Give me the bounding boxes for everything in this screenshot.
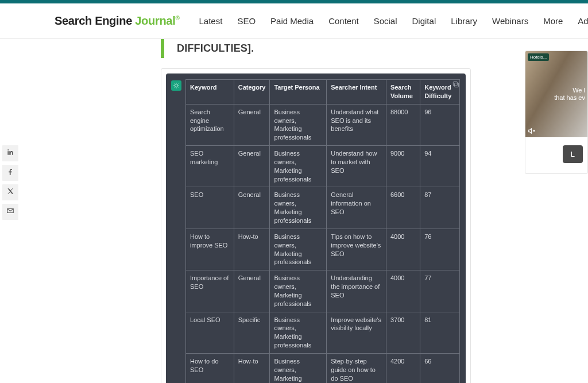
x-icon (6, 187, 14, 198)
share-x-button[interactable] (2, 184, 18, 200)
table-row: Search engine optimizationGeneralBusines… (186, 104, 460, 145)
cell-persona: Business owners, Marketing professionals (270, 353, 327, 383)
cell-keyword: How to do SEO (186, 353, 234, 383)
cell-intent: Understand what SEO is and its benefits (327, 104, 386, 145)
cell-persona: Business owners, Marketing professionals (270, 104, 327, 145)
cell-intent: Tips on how to improve website's SEO (327, 229, 386, 270)
nav-library[interactable]: Library (451, 16, 477, 26)
cell-difficulty: 76 (420, 229, 460, 270)
cell-keyword: How to improve SEO (186, 229, 234, 270)
cell-category: General (234, 104, 270, 145)
blockquote: DIFFICULTIES]. (161, 39, 471, 58)
col-intent: Searcher Intent (327, 80, 386, 105)
nav-latest[interactable]: Latest (199, 16, 223, 26)
cell-volume: 4200 (386, 353, 420, 383)
nav-content[interactable]: Content (328, 16, 359, 26)
table-row: SEOGeneralBusiness owners, Marketing pro… (186, 187, 460, 229)
page-body: DIFFICULTIES]. Keyword Category Target P… (0, 39, 588, 383)
cell-difficulty: 87 (420, 187, 460, 229)
nav-social[interactable]: Social (374, 16, 397, 26)
table-row: Local SEOSpecificBusiness owners, Market… (186, 312, 460, 353)
table-row: Importance of SEOGeneralBusiness owners,… (186, 270, 460, 312)
figure: Keyword Category Target Persona Searcher… (161, 68, 471, 383)
ad-cta-button[interactable]: L (563, 145, 583, 163)
site-header: Search Engine Journal® Latest SEO Paid M… (0, 3, 588, 39)
cell-category: General (234, 270, 270, 312)
cell-persona: Business owners, Marketing professionals (270, 270, 327, 312)
email-icon (6, 207, 14, 217)
social-share-rail (2, 145, 18, 220)
share-facebook-button[interactable] (2, 165, 18, 181)
cell-intent: Understanding the importance of SEO (327, 270, 386, 312)
cell-category: General (234, 187, 270, 229)
ad-button-row: L (525, 137, 587, 173)
cell-volume: 3700 (386, 312, 420, 353)
logo-text-1: Search Engine (55, 14, 135, 27)
cell-difficulty: 96 (420, 104, 460, 145)
cell-persona: Business owners, Marketing professionals (270, 229, 327, 270)
svg-rect-1 (455, 83, 459, 87)
col-category: Category (234, 80, 270, 105)
cell-keyword: SEO (186, 187, 234, 229)
cell-volume: 4000 (386, 270, 420, 312)
table-row: SEO marketingGeneralBusiness owners, Mar… (186, 146, 460, 187)
cell-volume: 6600 (386, 187, 420, 229)
table-row: How to improve SEOHow-toBusiness owners,… (186, 229, 460, 270)
col-volume: Search Volume (386, 80, 420, 105)
article-content: DIFFICULTIES]. Keyword Category Target P… (55, 39, 525, 383)
col-persona: Target Persona (270, 80, 327, 105)
cell-category: General (234, 146, 270, 187)
svg-rect-2 (453, 82, 457, 86)
nav-more[interactable]: More (543, 16, 563, 26)
cell-keyword: Local SEO (186, 312, 234, 353)
cell-volume: 9000 (386, 146, 420, 187)
cell-category: Specific (234, 312, 270, 353)
chatgpt-table-frame: Keyword Category Target Persona Searcher… (166, 73, 466, 383)
cell-keyword: SEO marketing (186, 146, 234, 187)
copy-button[interactable] (452, 80, 460, 88)
ad-overlay-text: We l that has ev (554, 87, 585, 102)
chatgpt-avatar-icon (171, 80, 181, 91)
cell-volume: 4000 (386, 229, 420, 270)
nav-paid-media[interactable]: Paid Media (270, 16, 314, 26)
ad-image: Hotels... We l that has ev (525, 51, 587, 137)
ad-brand-pill: Hotels... (528, 53, 549, 61)
logo-registered: ® (175, 15, 179, 21)
cell-difficulty: 66 (420, 353, 460, 383)
share-email-button[interactable] (2, 204, 18, 220)
ad-line1: We l (554, 87, 585, 94)
keyword-table: Keyword Category Target Persona Searcher… (185, 79, 460, 383)
facebook-icon (6, 168, 14, 178)
blockquote-text: DIFFICULTIES]. (177, 42, 471, 55)
svg-point-0 (175, 84, 178, 87)
cell-difficulty: 81 (420, 312, 460, 353)
ad-line2: that has ev (554, 94, 585, 102)
cell-category: How-to (234, 229, 270, 270)
sidebar-ad[interactable]: Hotels... We l that has ev L (525, 51, 588, 174)
cell-persona: Business owners, Marketing professionals (270, 187, 327, 229)
linkedin-icon (6, 148, 14, 158)
nav-digital[interactable]: Digital (412, 16, 436, 26)
nav-seo[interactable]: SEO (237, 16, 256, 26)
logo-text-2: Journal (135, 14, 175, 27)
cell-difficulty: 94 (420, 146, 460, 187)
cell-intent: Understand how to market with SEO (327, 146, 386, 187)
col-keyword: Keyword (186, 80, 234, 105)
cell-volume: 88000 (386, 104, 420, 145)
table-header-row: Keyword Category Target Persona Searcher… (186, 80, 460, 105)
site-logo[interactable]: Search Engine Journal® (55, 14, 180, 28)
nav-webinars[interactable]: Webinars (492, 16, 528, 26)
cell-intent: Improve website's visibility locally (327, 312, 386, 353)
cell-difficulty: 77 (420, 270, 460, 312)
mute-icon[interactable] (528, 127, 536, 135)
cell-category: How-to (234, 353, 270, 383)
share-linkedin-button[interactable] (2, 145, 18, 161)
table-row: How to do SEOHow-toBusiness owners, Mark… (186, 353, 460, 383)
cell-persona: Business owners, Marketing professionals (270, 312, 327, 353)
cell-keyword: Search engine optimization (186, 104, 234, 145)
cell-persona: Business owners, Marketing professionals (270, 146, 327, 187)
cell-intent: Step-by-step guide on how to do SEO (327, 353, 386, 383)
cell-keyword: Importance of SEO (186, 270, 234, 312)
nav-advertise[interactable]: Advertise (578, 16, 588, 26)
cell-intent: General information on SEO (327, 187, 386, 229)
